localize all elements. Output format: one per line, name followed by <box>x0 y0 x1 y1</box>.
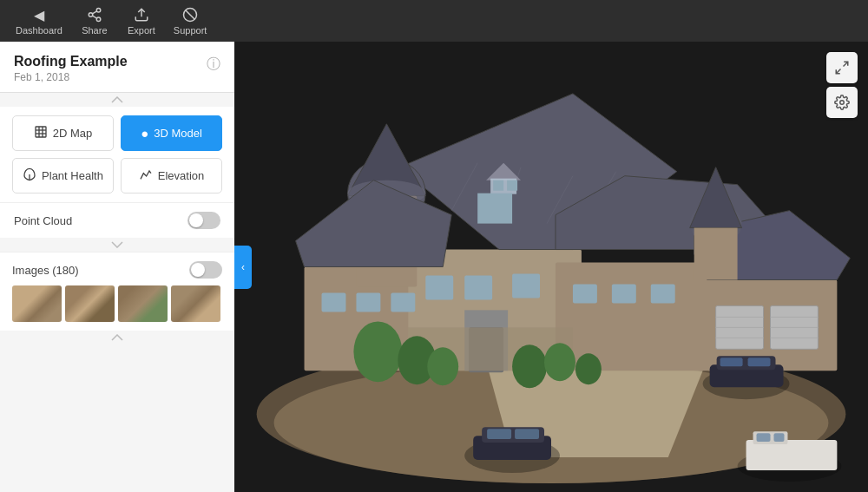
svg-rect-44 <box>464 275 492 299</box>
svg-rect-70 <box>487 429 511 439</box>
svg-point-61 <box>353 321 402 382</box>
elevation-icon <box>139 167 153 184</box>
point-cloud-label: Point Cloud <box>14 214 72 227</box>
nav-dashboard[interactable]: ◀ Dashboard <box>7 3 71 39</box>
point-cloud-knob <box>189 213 203 227</box>
svg-rect-45 <box>512 273 540 298</box>
view-2d-map-button[interactable]: 2D Map <box>12 115 114 151</box>
svg-point-1 <box>89 13 93 17</box>
image-thumbnails <box>12 285 222 322</box>
svg-point-64 <box>512 344 547 388</box>
images-header: Images (180) <box>12 261 222 279</box>
svg-line-82 <box>844 62 848 66</box>
svg-line-83 <box>836 69 840 74</box>
thumbnail-1[interactable] <box>12 285 62 322</box>
svg-marker-29 <box>296 180 452 267</box>
svg-rect-49 <box>651 284 675 303</box>
svg-rect-71 <box>515 429 539 439</box>
svg-rect-76 <box>748 358 771 366</box>
export-icon <box>133 6 150 23</box>
scroll-down-indicator <box>0 238 234 252</box>
fullscreen-button[interactable] <box>826 52 858 83</box>
3d-viewport[interactable]: ‹ <box>234 42 868 492</box>
view-plant-health-button[interactable]: Plant Health <box>12 158 114 194</box>
2d-map-icon <box>34 125 48 141</box>
share-icon <box>86 6 103 23</box>
svg-point-63 <box>427 347 458 385</box>
svg-point-0 <box>96 9 101 13</box>
scroll-bottom-indicator <box>0 331 234 344</box>
project-header: Roofing Example Feb 1, 2018 ⓘ <box>0 42 234 93</box>
support-icon <box>181 6 199 23</box>
svg-rect-78 <box>746 440 838 470</box>
svg-rect-40 <box>322 292 346 312</box>
point-cloud-toggle[interactable] <box>187 212 220 229</box>
view-3d-model-button[interactable]: ● 3D Model <box>121 115 222 151</box>
svg-rect-35 <box>694 228 738 280</box>
svg-rect-48 <box>612 284 636 303</box>
settings-button[interactable] <box>826 87 858 118</box>
view-elevation-button[interactable]: Elevation <box>121 158 222 194</box>
svg-rect-43 <box>425 275 453 299</box>
collapse-panel-button[interactable]: ‹ <box>234 246 252 289</box>
nav-export[interactable]: Export <box>118 3 165 39</box>
thumbnail-2[interactable] <box>65 285 115 322</box>
svg-rect-80 <box>757 433 771 442</box>
svg-point-65 <box>544 343 575 381</box>
images-toggle[interactable] <box>189 261 222 279</box>
nav-support[interactable]: Support <box>165 3 216 39</box>
svg-rect-39 <box>507 180 517 191</box>
view-mode-selector: 2D Map ● 3D Model Plant Health <box>0 107 234 202</box>
house-render <box>234 42 868 492</box>
nav-share[interactable]: Share <box>71 3 118 39</box>
viewport-controls <box>826 52 858 118</box>
dashboard-icon: ◀ <box>30 6 48 23</box>
svg-rect-81 <box>774 433 785 442</box>
main-area: Roofing Example Feb 1, 2018 ⓘ <box>0 42 868 492</box>
point-cloud-row: Point Cloud <box>0 202 234 238</box>
project-date: Feb 1, 2018 <box>14 71 128 83</box>
svg-rect-41 <box>356 292 380 312</box>
svg-rect-46 <box>477 194 512 224</box>
scroll-up-indicator <box>0 93 234 107</box>
plant-health-icon <box>23 167 36 184</box>
svg-point-2 <box>96 17 101 22</box>
images-label: Images (180) <box>12 264 79 277</box>
top-navigation: ◀ Dashboard Share Export Support <box>0 0 868 42</box>
svg-rect-8 <box>36 127 46 137</box>
3d-model-icon: ● <box>141 126 148 141</box>
thumbnail-3[interactable] <box>118 285 168 322</box>
images-toggle-knob <box>191 263 205 277</box>
svg-point-84 <box>840 101 845 105</box>
svg-rect-42 <box>391 292 415 312</box>
thumbnail-4[interactable] <box>171 285 220 322</box>
svg-point-66 <box>575 353 602 384</box>
svg-line-7 <box>186 10 195 20</box>
project-title: Roofing Example <box>14 54 128 69</box>
svg-rect-47 <box>573 284 597 303</box>
sidebar: Roofing Example Feb 1, 2018 ⓘ <box>0 42 234 492</box>
svg-rect-38 <box>493 180 503 191</box>
info-icon[interactable]: ⓘ <box>207 56 220 74</box>
svg-line-3 <box>92 16 96 18</box>
images-section: Images (180) <box>0 252 234 331</box>
svg-line-4 <box>92 11 96 14</box>
svg-rect-75 <box>720 358 743 366</box>
